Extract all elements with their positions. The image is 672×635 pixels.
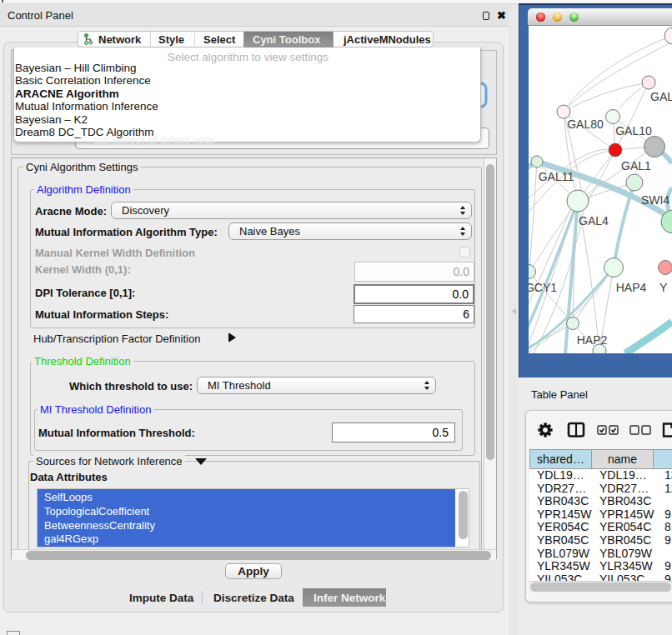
svg-text:GAL1: GAL1 bbox=[621, 159, 651, 172]
svg-text:HAP2: HAP2 bbox=[577, 333, 608, 347]
svg-text:SWI4: SWI4 bbox=[641, 193, 669, 207]
svg-text:GAL7: GAL7 bbox=[650, 90, 672, 103]
svg-text:GAL11: GAL11 bbox=[539, 170, 574, 183]
svg-text:GCY1: GCY1 bbox=[529, 281, 557, 294]
svg-text:GAL4: GAL4 bbox=[579, 214, 609, 228]
svg-text:HAP4: HAP4 bbox=[616, 281, 647, 294]
svg-text:GAL80: GAL80 bbox=[567, 118, 604, 131]
svg-text:Y: Y bbox=[659, 281, 668, 294]
svg-text:GAL10: GAL10 bbox=[615, 124, 652, 138]
